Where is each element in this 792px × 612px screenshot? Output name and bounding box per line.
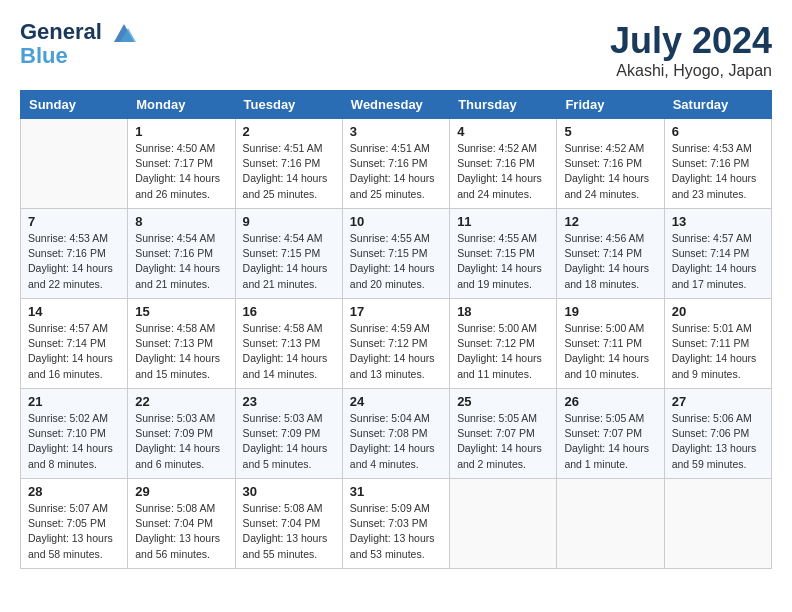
day-number: 7 [28,214,120,229]
calendar-cell: 17Sunrise: 4:59 AMSunset: 7:12 PMDayligh… [342,299,449,389]
calendar-cell: 28Sunrise: 5:07 AMSunset: 7:05 PMDayligh… [21,479,128,569]
day-number: 12 [564,214,656,229]
calendar-cell: 23Sunrise: 5:03 AMSunset: 7:09 PMDayligh… [235,389,342,479]
day-info: Sunrise: 4:54 AMSunset: 7:16 PMDaylight:… [135,231,227,292]
calendar-cell: 8Sunrise: 4:54 AMSunset: 7:16 PMDaylight… [128,209,235,299]
calendar-cell: 7Sunrise: 4:53 AMSunset: 7:16 PMDaylight… [21,209,128,299]
title-block: July 2024 Akashi, Hyogo, Japan [610,20,772,80]
weekday-header: Sunday [21,91,128,119]
calendar-cell: 4Sunrise: 4:52 AMSunset: 7:16 PMDaylight… [450,119,557,209]
day-info: Sunrise: 4:51 AMSunset: 7:16 PMDaylight:… [243,141,335,202]
day-info: Sunrise: 4:50 AMSunset: 7:17 PMDaylight:… [135,141,227,202]
day-number: 27 [672,394,764,409]
day-number: 15 [135,304,227,319]
day-number: 17 [350,304,442,319]
calendar-cell: 25Sunrise: 5:05 AMSunset: 7:07 PMDayligh… [450,389,557,479]
day-number: 6 [672,124,764,139]
day-info: Sunrise: 4:52 AMSunset: 7:16 PMDaylight:… [564,141,656,202]
day-number: 31 [350,484,442,499]
day-info: Sunrise: 4:58 AMSunset: 7:13 PMDaylight:… [243,321,335,382]
day-info: Sunrise: 5:08 AMSunset: 7:04 PMDaylight:… [135,501,227,562]
day-info: Sunrise: 5:07 AMSunset: 7:05 PMDaylight:… [28,501,120,562]
day-info: Sunrise: 5:04 AMSunset: 7:08 PMDaylight:… [350,411,442,472]
day-info: Sunrise: 5:06 AMSunset: 7:06 PMDaylight:… [672,411,764,472]
calendar-cell: 10Sunrise: 4:55 AMSunset: 7:15 PMDayligh… [342,209,449,299]
day-info: Sunrise: 5:01 AMSunset: 7:11 PMDaylight:… [672,321,764,382]
calendar-cell: 12Sunrise: 4:56 AMSunset: 7:14 PMDayligh… [557,209,664,299]
calendar-cell: 22Sunrise: 5:03 AMSunset: 7:09 PMDayligh… [128,389,235,479]
calendar-cell [557,479,664,569]
calendar-week-row: 28Sunrise: 5:07 AMSunset: 7:05 PMDayligh… [21,479,772,569]
day-info: Sunrise: 4:52 AMSunset: 7:16 PMDaylight:… [457,141,549,202]
location: Akashi, Hyogo, Japan [610,62,772,80]
calendar-cell: 31Sunrise: 5:09 AMSunset: 7:03 PMDayligh… [342,479,449,569]
header-row: SundayMondayTuesdayWednesdayThursdayFrid… [21,91,772,119]
day-number: 21 [28,394,120,409]
weekday-header: Friday [557,91,664,119]
day-number: 19 [564,304,656,319]
calendar-table: SundayMondayTuesdayWednesdayThursdayFrid… [20,90,772,569]
calendar-week-row: 1Sunrise: 4:50 AMSunset: 7:17 PMDaylight… [21,119,772,209]
calendar-cell [664,479,771,569]
day-number: 3 [350,124,442,139]
day-number: 18 [457,304,549,319]
calendar-cell: 11Sunrise: 4:55 AMSunset: 7:15 PMDayligh… [450,209,557,299]
calendar-cell: 15Sunrise: 4:58 AMSunset: 7:13 PMDayligh… [128,299,235,389]
logo-blue: Blue [20,44,138,68]
calendar-week-row: 14Sunrise: 4:57 AMSunset: 7:14 PMDayligh… [21,299,772,389]
day-info: Sunrise: 5:00 AMSunset: 7:12 PMDaylight:… [457,321,549,382]
day-info: Sunrise: 4:58 AMSunset: 7:13 PMDaylight:… [135,321,227,382]
day-number: 14 [28,304,120,319]
day-number: 26 [564,394,656,409]
day-number: 24 [350,394,442,409]
day-info: Sunrise: 5:03 AMSunset: 7:09 PMDaylight:… [135,411,227,472]
day-info: Sunrise: 4:53 AMSunset: 7:16 PMDaylight:… [672,141,764,202]
calendar-cell: 20Sunrise: 5:01 AMSunset: 7:11 PMDayligh… [664,299,771,389]
day-info: Sunrise: 4:51 AMSunset: 7:16 PMDaylight:… [350,141,442,202]
day-number: 2 [243,124,335,139]
logo-text: General [20,20,138,44]
day-number: 13 [672,214,764,229]
day-info: Sunrise: 4:53 AMSunset: 7:16 PMDaylight:… [28,231,120,292]
day-number: 10 [350,214,442,229]
weekday-header: Wednesday [342,91,449,119]
day-info: Sunrise: 5:05 AMSunset: 7:07 PMDaylight:… [564,411,656,472]
calendar-week-row: 21Sunrise: 5:02 AMSunset: 7:10 PMDayligh… [21,389,772,479]
calendar-cell: 27Sunrise: 5:06 AMSunset: 7:06 PMDayligh… [664,389,771,479]
calendar-cell: 18Sunrise: 5:00 AMSunset: 7:12 PMDayligh… [450,299,557,389]
calendar-cell [450,479,557,569]
calendar-week-row: 7Sunrise: 4:53 AMSunset: 7:16 PMDaylight… [21,209,772,299]
calendar-cell [21,119,128,209]
weekday-header: Tuesday [235,91,342,119]
day-number: 30 [243,484,335,499]
day-info: Sunrise: 4:57 AMSunset: 7:14 PMDaylight:… [672,231,764,292]
weekday-header: Monday [128,91,235,119]
day-number: 25 [457,394,549,409]
calendar-cell: 29Sunrise: 5:08 AMSunset: 7:04 PMDayligh… [128,479,235,569]
day-info: Sunrise: 5:05 AMSunset: 7:07 PMDaylight:… [457,411,549,472]
calendar-cell: 19Sunrise: 5:00 AMSunset: 7:11 PMDayligh… [557,299,664,389]
calendar-cell: 13Sunrise: 4:57 AMSunset: 7:14 PMDayligh… [664,209,771,299]
day-info: Sunrise: 4:55 AMSunset: 7:15 PMDaylight:… [457,231,549,292]
calendar-cell: 30Sunrise: 5:08 AMSunset: 7:04 PMDayligh… [235,479,342,569]
day-number: 4 [457,124,549,139]
calendar-cell: 1Sunrise: 4:50 AMSunset: 7:17 PMDaylight… [128,119,235,209]
calendar-cell: 3Sunrise: 4:51 AMSunset: 7:16 PMDaylight… [342,119,449,209]
day-number: 8 [135,214,227,229]
day-number: 20 [672,304,764,319]
month-title: July 2024 [610,20,772,62]
day-number: 9 [243,214,335,229]
calendar-cell: 5Sunrise: 4:52 AMSunset: 7:16 PMDaylight… [557,119,664,209]
day-info: Sunrise: 4:54 AMSunset: 7:15 PMDaylight:… [243,231,335,292]
calendar-cell: 2Sunrise: 4:51 AMSunset: 7:16 PMDaylight… [235,119,342,209]
day-number: 29 [135,484,227,499]
day-number: 1 [135,124,227,139]
day-info: Sunrise: 4:56 AMSunset: 7:14 PMDaylight:… [564,231,656,292]
day-info: Sunrise: 5:08 AMSunset: 7:04 PMDaylight:… [243,501,335,562]
calendar-cell: 14Sunrise: 4:57 AMSunset: 7:14 PMDayligh… [21,299,128,389]
weekday-header: Saturday [664,91,771,119]
calendar-cell: 6Sunrise: 4:53 AMSunset: 7:16 PMDaylight… [664,119,771,209]
day-number: 23 [243,394,335,409]
weekday-header: Thursday [450,91,557,119]
calendar-cell: 9Sunrise: 4:54 AMSunset: 7:15 PMDaylight… [235,209,342,299]
